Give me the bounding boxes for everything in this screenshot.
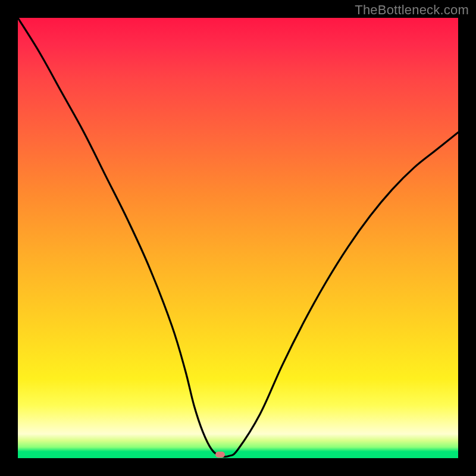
watermark-text: TheBottleneck.com	[355, 2, 469, 18]
optimum-marker	[215, 452, 225, 458]
bottleneck-curve	[18, 18, 458, 458]
plot-area	[18, 18, 458, 458]
outer-frame: TheBottleneck.com	[0, 0, 476, 476]
